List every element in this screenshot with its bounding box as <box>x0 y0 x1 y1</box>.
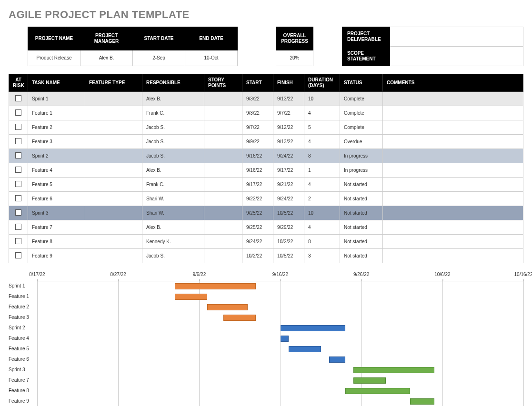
risk-cell[interactable] <box>9 163 28 178</box>
start-cell[interactable]: 9/17/22 <box>242 178 273 192</box>
status-cell[interactable]: Not started <box>340 192 383 206</box>
gantt-bar[interactable] <box>345 388 410 394</box>
start-cell[interactable]: 9/24/22 <box>242 235 273 249</box>
status-cell[interactable]: Not started <box>340 178 383 192</box>
val-project-name[interactable]: Product Release <box>28 50 80 66</box>
finish-cell[interactable]: 9/21/22 <box>273 178 304 192</box>
checkbox-icon[interactable] <box>15 167 21 173</box>
story-points-cell[interactable] <box>204 120 242 135</box>
gantt-bar[interactable] <box>353 377 386 384</box>
feature-type-cell[interactable] <box>85 249 142 263</box>
task-name-cell[interactable]: Sprint 3 <box>28 206 85 220</box>
finish-cell[interactable]: 9/24/22 <box>273 192 304 206</box>
status-cell[interactable]: Not started <box>340 206 383 220</box>
checkbox-icon[interactable] <box>15 181 21 187</box>
responsible-cell[interactable]: Alex B. <box>142 220 204 235</box>
duration-cell[interactable]: 2 <box>304 192 340 206</box>
comments-cell[interactable] <box>383 206 523 220</box>
feature-type-cell[interactable] <box>85 163 142 178</box>
val-progress[interactable]: 20% <box>276 50 313 66</box>
comments-cell[interactable] <box>383 135 523 149</box>
start-cell[interactable]: 9/7/22 <box>242 120 273 135</box>
feature-type-cell[interactable] <box>85 120 142 135</box>
finish-cell[interactable]: 10/5/22 <box>273 206 304 220</box>
risk-cell[interactable] <box>9 149 28 163</box>
checkbox-icon[interactable] <box>15 109 21 116</box>
feature-type-cell[interactable] <box>85 92 142 106</box>
val-scope-statement[interactable] <box>390 47 523 66</box>
story-points-cell[interactable] <box>204 178 242 192</box>
duration-cell[interactable]: 8 <box>304 235 340 249</box>
risk-cell[interactable] <box>9 178 28 192</box>
risk-cell[interactable] <box>9 120 28 135</box>
status-cell[interactable]: Complete <box>340 92 383 106</box>
task-name-cell[interactable]: Feature 5 <box>28 178 85 192</box>
val-end-date[interactable]: 10-Oct <box>185 50 238 66</box>
duration-cell[interactable]: 10 <box>304 206 340 220</box>
story-points-cell[interactable] <box>204 106 242 120</box>
task-name-cell[interactable]: Feature 7 <box>28 220 85 235</box>
checkbox-icon[interactable] <box>15 252 21 258</box>
task-name-cell[interactable]: Feature 1 <box>28 106 85 120</box>
duration-cell[interactable]: 4 <box>304 178 340 192</box>
finish-cell[interactable]: 9/24/22 <box>273 149 304 163</box>
checkbox-icon[interactable] <box>15 195 21 201</box>
comments-cell[interactable] <box>383 192 523 206</box>
story-points-cell[interactable] <box>204 92 242 106</box>
responsible-cell[interactable]: Jacob S. <box>142 249 204 263</box>
gantt-bar[interactable] <box>207 304 248 310</box>
task-name-cell[interactable]: Feature 4 <box>28 163 85 178</box>
responsible-cell[interactable]: Jacob S. <box>142 120 204 135</box>
risk-cell[interactable] <box>9 249 28 263</box>
risk-cell[interactable] <box>9 235 28 249</box>
responsible-cell[interactable]: Jacob S. <box>142 149 204 163</box>
feature-type-cell[interactable] <box>85 206 142 220</box>
story-points-cell[interactable] <box>204 220 242 235</box>
feature-type-cell[interactable] <box>85 192 142 206</box>
duration-cell[interactable]: 4 <box>304 135 340 149</box>
comments-cell[interactable] <box>383 92 523 106</box>
finish-cell[interactable]: 9/13/22 <box>273 92 304 106</box>
story-points-cell[interactable] <box>204 135 242 149</box>
duration-cell[interactable]: 4 <box>304 106 340 120</box>
status-cell[interactable]: Not started <box>340 235 383 249</box>
story-points-cell[interactable] <box>204 163 242 178</box>
story-points-cell[interactable] <box>204 235 242 249</box>
risk-cell[interactable] <box>9 220 28 235</box>
risk-cell[interactable] <box>9 192 28 206</box>
val-start-date[interactable]: 2-Sep <box>133 50 185 66</box>
responsible-cell[interactable]: Kennedy K. <box>142 235 204 249</box>
gantt-bar[interactable] <box>175 294 207 300</box>
task-name-cell[interactable]: Feature 6 <box>28 192 85 206</box>
comments-cell[interactable] <box>383 235 523 249</box>
comments-cell[interactable] <box>383 163 523 178</box>
start-cell[interactable]: 9/16/22 <box>242 163 273 178</box>
status-cell[interactable]: In progress <box>340 149 383 163</box>
story-points-cell[interactable] <box>204 249 242 263</box>
finish-cell[interactable]: 9/17/22 <box>273 163 304 178</box>
duration-cell[interactable]: 4 <box>304 220 340 235</box>
gantt-bar[interactable] <box>353 367 434 373</box>
responsible-cell[interactable]: Alex B. <box>142 163 204 178</box>
gantt-bar[interactable] <box>289 346 321 352</box>
checkbox-icon[interactable] <box>15 138 21 144</box>
start-cell[interactable]: 9/16/22 <box>242 149 273 163</box>
risk-cell[interactable] <box>9 92 28 106</box>
checkbox-icon[interactable] <box>15 238 21 244</box>
finish-cell[interactable]: 9/7/22 <box>273 106 304 120</box>
comments-cell[interactable] <box>383 120 523 135</box>
checkbox-icon[interactable] <box>15 152 21 158</box>
responsible-cell[interactable]: Shari W. <box>142 206 204 220</box>
duration-cell[interactable]: 1 <box>304 163 340 178</box>
responsible-cell[interactable]: Alex B. <box>142 92 204 106</box>
gantt-bar[interactable] <box>223 315 256 321</box>
finish-cell[interactable]: 9/13/22 <box>273 135 304 149</box>
gantt-bar[interactable] <box>329 356 345 363</box>
checkbox-icon[interactable] <box>15 224 21 230</box>
comments-cell[interactable] <box>383 106 523 120</box>
task-name-cell[interactable]: Sprint 2 <box>28 149 85 163</box>
feature-type-cell[interactable] <box>85 220 142 235</box>
status-cell[interactable]: Complete <box>340 106 383 120</box>
gantt-bar[interactable] <box>175 283 256 289</box>
responsible-cell[interactable]: Jacob S. <box>142 135 204 149</box>
